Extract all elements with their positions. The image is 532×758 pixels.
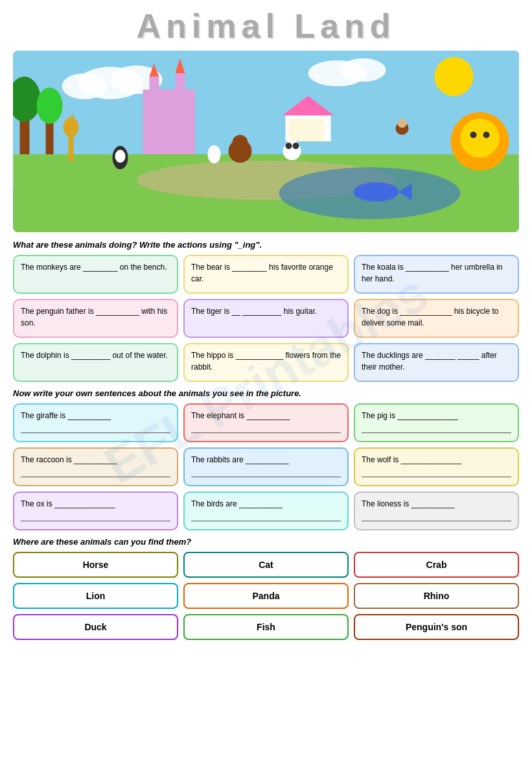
svg-rect-14 [143, 89, 195, 154]
section2-cell-8: The lioness is __________ [354, 492, 519, 530]
svg-point-36 [470, 132, 477, 138]
svg-point-41 [293, 143, 299, 149]
svg-rect-33 [216, 147, 218, 154]
section1-cell-4: The tiger is __ _________ his guitar. [183, 299, 349, 338]
svg-point-6 [341, 58, 386, 82]
instruction-1: What are these animals doing? Write the … [13, 240, 519, 250]
svg-point-4 [62, 73, 108, 99]
section1-cell-7: The hippo is ___________ flowers from th… [183, 343, 349, 382]
section1-cell-1: The bear is ________ his favorite orange… [183, 255, 349, 294]
section2-cell-1: The elephant is __________ [183, 403, 349, 442]
page-title: Animal Land [13, 6, 519, 45]
section1-cell-0: The monkeys are ________ on the bench. [13, 255, 178, 294]
instruction-3: Where are these animals can you find the… [13, 537, 519, 547]
svg-rect-24 [71, 115, 75, 132]
svg-rect-15 [150, 77, 159, 93]
svg-rect-32 [212, 147, 214, 154]
section2-cell-7: The birds are __________ [183, 492, 349, 530]
section1-cell-6: The dolphin is _________ out of the wate… [13, 343, 178, 382]
section1-cell-5: The dog is ____________ his bicycle to d… [354, 299, 519, 338]
where-cell-4[interactable]: Panda [183, 583, 349, 609]
svg-point-26 [233, 135, 248, 150]
section2-cell-3: The raccoon is __________ [13, 447, 178, 486]
instruction-2: Now write your own sentences about the a… [13, 388, 519, 398]
section2-cell-5: The wolf is ______________ [354, 447, 519, 486]
where-cell-5[interactable]: Rhino [354, 583, 519, 609]
section1-cell-3: The penguin father is __________ with hi… [13, 299, 178, 338]
where-grid: HorseCatCrabLionPandaRhinoDuckFishPengui… [13, 552, 519, 640]
section1-cell-8: The ducklings are _______ _____ after th… [354, 343, 519, 382]
section1-grid: The monkeys are ________ on the bench.Th… [13, 255, 519, 382]
section2-grid: The giraffe is __________The elephant is… [13, 403, 519, 530]
svg-point-1 [435, 57, 474, 96]
where-cell-2[interactable]: Crab [354, 552, 519, 578]
svg-rect-21 [289, 119, 325, 141]
section1-cell-2: The koala is __________ her umbrella in … [354, 255, 519, 294]
svg-point-35 [461, 119, 500, 158]
svg-rect-16 [176, 73, 185, 93]
svg-point-13 [37, 88, 63, 124]
where-cell-1[interactable]: Cat [183, 552, 349, 578]
section2-cell-6: The ox is ______________ [13, 492, 178, 530]
section2-cell-0: The giraffe is __________ [13, 403, 178, 442]
svg-point-37 [483, 132, 490, 138]
svg-point-40 [286, 143, 292, 149]
where-cell-8[interactable]: Penguin's son [354, 614, 519, 640]
where-cell-3[interactable]: Lion [13, 583, 178, 609]
svg-point-30 [115, 150, 126, 163]
section2-cell-2: The pig is ______________ [354, 403, 519, 442]
section2-cell-4: The rabbits are __________ [183, 447, 349, 486]
where-cell-6[interactable]: Duck [13, 614, 178, 640]
svg-point-27 [354, 182, 399, 202]
where-cell-0[interactable]: Horse [13, 552, 178, 578]
scene-image [13, 51, 519, 232]
where-cell-7[interactable]: Fish [183, 614, 349, 640]
svg-point-43 [398, 119, 407, 128]
